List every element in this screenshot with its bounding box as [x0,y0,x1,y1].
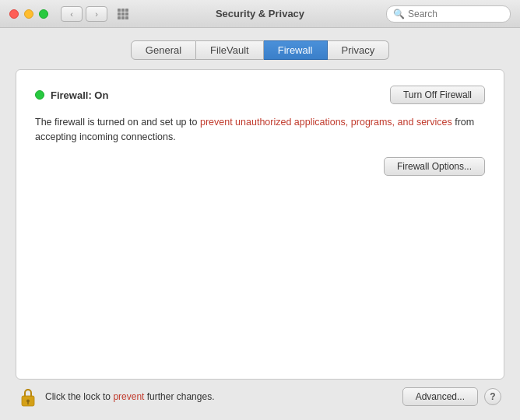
firewall-status-text: Firewall: On [51,89,108,101]
firewall-status-label: Firewall: On [35,89,108,101]
nav-buttons: ‹ › [61,6,107,22]
grid-icon [118,9,128,19]
description-prefix: The firewall is turned on and set up to [35,117,200,128]
bottom-buttons: Advanced... ? [402,387,501,406]
search-bar[interactable]: 🔍 [386,5,511,23]
lock-text: Click the lock to prevent further change… [45,391,395,402]
firewall-status-row: Firewall: On Turn Off Firewall [35,86,485,104]
status-dot [35,90,44,100]
minimize-button[interactable] [24,9,33,19]
firewall-options-button[interactable]: Firewall Options... [384,157,485,176]
search-input[interactable] [408,9,504,19]
grid-view-button[interactable] [115,6,131,22]
lock-text-prefix: Click the lock to [45,391,113,402]
close-button[interactable] [9,9,19,19]
tab-firewall[interactable]: Firewall [264,40,328,60]
options-row: Firewall Options... [35,157,485,176]
tab-general[interactable]: General [131,40,196,60]
back-button[interactable]: ‹ [61,6,83,22]
traffic-lights [9,9,48,19]
content-panel: Firewall: On Turn Off Firewall The firew… [16,69,504,380]
tab-privacy[interactable]: Privacy [328,40,390,60]
maximize-button[interactable] [39,9,48,19]
title-bar: ‹ › Security & Privacy 🔍 [0,0,520,28]
bottom-bar: Click the lock to prevent further change… [16,380,504,411]
tab-filevault[interactable]: FileVault [196,40,264,60]
advanced-button[interactable]: Advanced... [402,387,478,406]
lock-icon[interactable] [19,386,37,408]
tab-bar: General FileVault Firewall Privacy [16,40,504,60]
lock-text-suffix: further changes. [144,391,214,402]
description-highlight: prevent unauthorized applications, progr… [200,117,452,128]
search-icon: 🔍 [393,9,405,19]
forward-button[interactable]: › [86,6,107,22]
window-title: Security & Privacy [216,8,304,19]
firewall-description: The firewall is turned on and set up to … [35,115,485,145]
help-button[interactable]: ? [484,388,501,405]
turn-off-firewall-button[interactable]: Turn Off Firewall [390,86,485,104]
main-content: General FileVault Firewall Privacy Firew… [0,28,520,420]
lock-text-link: prevent [113,391,144,402]
